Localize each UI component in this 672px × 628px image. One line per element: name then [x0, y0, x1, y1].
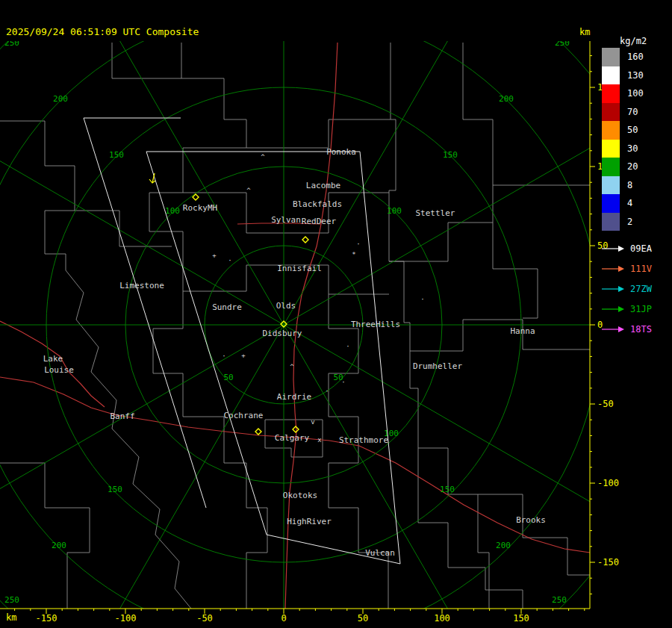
legend-entry: 09EA: [602, 238, 652, 258]
range-ring-label: 100: [165, 206, 180, 216]
right-axis-unit-label: km: [579, 27, 590, 37]
colorbar-swatch: [602, 121, 620, 140]
city-label: Vulcan: [365, 548, 395, 558]
city-label: Blackfalds: [293, 199, 342, 209]
town-marker: ·: [222, 352, 225, 360]
right-axis-label: -100: [597, 478, 619, 488]
legend-entry: 18TS: [602, 319, 652, 339]
colorbar-unit-label: kg/m2: [620, 36, 647, 46]
radar-arrow-icon: [602, 285, 624, 293]
city-label: Lacombe: [306, 181, 340, 190]
city-label: Lake: [43, 354, 63, 364]
colorbar-swatch: [602, 140, 620, 158]
legend-entry: 31JP: [602, 299, 652, 319]
town-marker: ·: [356, 240, 360, 248]
legend-label: 31JP: [630, 304, 652, 314]
colorbar-value: 8: [627, 180, 632, 190]
city-label: HighRiver: [287, 517, 332, 526]
colorbar-entry: 50: [602, 121, 644, 140]
legend-label: 18TS: [630, 324, 652, 335]
town-marker: +: [241, 352, 246, 359]
city-label: Hanna: [510, 326, 535, 336]
town-marker: ^: [290, 363, 294, 370]
town-marker: ·: [341, 379, 345, 386]
range-ring-label: 250: [4, 595, 19, 605]
colorbar-entry: 4: [602, 194, 644, 213]
colorbar-entry: 30: [602, 140, 644, 158]
colorbar-swatch: [602, 194, 620, 213]
range-ring-label: 100: [387, 206, 402, 216]
radar-arrow-icon: [602, 245, 624, 252]
legend-label: 27ZW: [630, 284, 652, 294]
bottom-axis-label: 50: [358, 613, 368, 624]
range-ring-label: 150: [108, 485, 122, 494]
city-label: Calgary: [275, 433, 310, 443]
town-marker: ^: [261, 153, 265, 161]
bottom-axis-label: 0: [281, 613, 286, 624]
bottom-axis-label: 150: [513, 613, 529, 624]
range-ring-label: 150: [443, 150, 458, 160]
colorbar-entry: 70: [602, 103, 644, 122]
colorbar-swatch: [602, 176, 620, 195]
colorbar-value: 160: [627, 52, 644, 62]
range-ring-label: 200: [496, 541, 511, 550]
bottom-axis-label: -150: [36, 613, 57, 624]
town-marker: ·: [420, 296, 424, 303]
radar-arrow-icon: [602, 265, 624, 273]
city-label: RedDeer: [302, 217, 337, 226]
radar-arrow-icon: [602, 305, 624, 313]
city-label: Banff: [110, 411, 134, 421]
app-root: { "title": "Single_Scan_VIL", "header": …: [0, 0, 672, 628]
colorbar-value: 70: [627, 107, 638, 117]
colorbar-entry: 8: [602, 176, 644, 195]
city-label: Ponoka: [326, 147, 356, 157]
right-axis-label: -150: [597, 557, 619, 568]
colorbar-swatch: [602, 48, 620, 66]
town-marker: ·: [228, 257, 231, 264]
colorbar-value: 20: [627, 161, 638, 172]
right-axis-label: -50: [597, 399, 614, 409]
range-ring-label: 200: [53, 94, 68, 104]
city-label: RockyMH: [183, 203, 217, 213]
range-ring-label: 150: [440, 485, 455, 494]
city-label: Louise: [44, 365, 74, 375]
colorbar-entry: 100: [602, 84, 644, 103]
colorbar-swatch: [602, 84, 620, 103]
colorbar-swatch: [602, 213, 620, 231]
town-marker: v: [311, 418, 314, 426]
colorbar-entry: 160: [602, 48, 644, 66]
range-ring-label: 150: [109, 150, 124, 160]
city-label: Sylvan: [271, 215, 301, 225]
colorbar-entry: 130: [602, 66, 644, 85]
city-label: Cochrane: [224, 411, 264, 420]
radar-arrow-icon: [602, 326, 624, 333]
city-label: Drumheller: [413, 361, 463, 371]
range-ring-label: 50: [223, 373, 233, 382]
legend-label: 111V: [630, 264, 652, 274]
city-label: Brooks: [516, 515, 546, 525]
city-label: Sundre: [212, 302, 242, 312]
colorbar-entry: 20: [602, 158, 644, 176]
town-marker: ·: [346, 343, 349, 350]
colorbar-value: 50: [627, 125, 638, 135]
bottom-axis-label: 100: [434, 613, 450, 624]
range-ring-label: 200: [499, 94, 514, 104]
colorbar-value: 30: [627, 143, 638, 154]
city-label: Innisfail: [277, 264, 322, 273]
range-ring-label: 250: [552, 595, 567, 605]
colorbar-value: 130: [627, 70, 644, 81]
colorbar-swatch: [602, 158, 620, 176]
town-marker: ·: [325, 388, 329, 395]
city-label: Airdrie: [277, 392, 311, 402]
legend-label: 09EA: [630, 243, 652, 254]
range-ring-label: 200: [52, 541, 66, 550]
city-label: Strathmore: [339, 435, 388, 445]
radar-map[interactable]: 1001502002501001502002505015020025050100…: [0, 0, 672, 628]
colorbar-swatch: [602, 66, 620, 85]
colorbar-value: 2: [627, 217, 632, 227]
town-marker: *: [352, 251, 355, 258]
city-label: Didsbury: [263, 329, 302, 338]
city-label: Stettler: [416, 208, 455, 218]
city-label: Okotoks: [283, 491, 317, 500]
map-background: [0, 0, 672, 628]
